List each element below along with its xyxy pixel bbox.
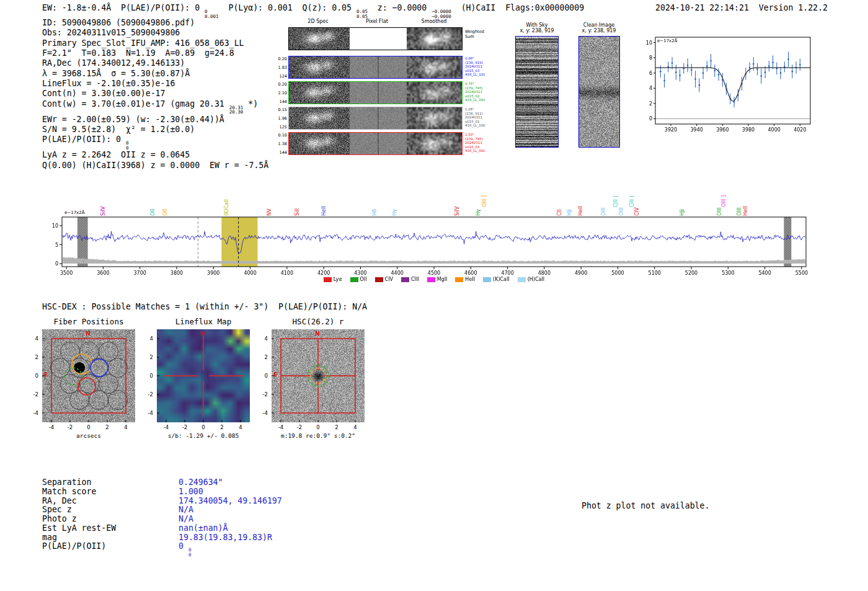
fiber-weight-value: 144 [273, 150, 287, 155]
cutout-strip-row [288, 107, 463, 130]
legend-label: Lyα [334, 277, 342, 282]
legend-label: OII [360, 277, 367, 282]
y-tick-label: 0 [27, 373, 38, 379]
with-sky-image [515, 36, 559, 148]
compass-east-label: E [44, 371, 48, 378]
line-fit-plot [642, 31, 818, 143]
match-row-label: Match score [42, 487, 179, 496]
match-row: Separation0.249634" [42, 478, 282, 487]
cutout-pixel-flat-strip [350, 107, 407, 129]
fiber-annotation-line: 20240311 [465, 64, 502, 69]
spectral-line-label: HeII [743, 206, 748, 216]
cutout-smoothed-strip [407, 133, 462, 154]
header-summary-line: EW: -1.8±-0.4Å P(LAE)/P(OII): 0 00.001 P… [42, 3, 584, 19]
match-row-label: P(LAE)/P(OII) [42, 541, 179, 551]
fiber-annotation-line: (239, 745) [465, 86, 502, 91]
x-tick-label: 4 [349, 424, 361, 430]
cutout-strip-row [288, 81, 463, 104]
match-row-value: 19.83(19.83,19.83)R [179, 533, 272, 542]
x-tick-label: -2 [179, 424, 191, 430]
legend-label: (H)CaII [528, 277, 544, 282]
clean-image-title-text: Clean Image [576, 22, 622, 28]
legend-label: (K)CaII [493, 277, 510, 282]
with-sky-title: With Sky x, y: 238, 919 [514, 22, 560, 33]
x-tick-label: -4 [45, 424, 58, 430]
match-row: Match score1.000 [42, 487, 282, 496]
spectral-line-label: OIII [601, 208, 606, 216]
fiber-annotation: 1.06"(238, 911)20240311v015_01416_LL_100 [465, 107, 502, 128]
fiber-annotation-line: v015_03 [465, 69, 502, 73]
match-row-label: Spec z [42, 505, 179, 514]
fiber-annotation-line: 416_LL_081 [465, 149, 502, 153]
legend-swatch [375, 277, 383, 282]
sup-sub-value: 00 [188, 548, 192, 557]
elixer-report-page: EW: -1.8±-0.4Å P(LAE)/P(OII): 0 00.001 P… [0, 0, 868, 591]
spectral-line-label: Hβ [680, 209, 685, 216]
compass-north-label: N [86, 331, 91, 337]
match-row-label: RA, Dec [42, 496, 179, 505]
fiber-annotation-line: 0.76" [465, 82, 502, 86]
x-tick-label: 2 [216, 424, 228, 430]
info-line: RA,Dec (174.340012,49.146133) [42, 58, 268, 68]
weighted-sum-label: Weighted Sum [465, 30, 491, 39]
match-row-value: 174.340054, 49.146197 [179, 496, 282, 505]
with-sky-title-text: With Sky [514, 22, 560, 28]
legend-item: CIV [375, 277, 393, 282]
clean-image [578, 36, 620, 148]
match-row-value: N/A [179, 505, 193, 514]
panel-title-hsc_r: HSC(26.2) r [272, 317, 365, 326]
info-line: Primary Spec_Slot_IFU_AMP: 416_058_063_L… [42, 38, 268, 48]
detection-info-block: ID: 5090049806 (5090049806.pdf)Obs: 2024… [42, 18, 268, 171]
x-tick-label: 0 [82, 424, 95, 430]
panel-image-fiber_positions [42, 329, 135, 422]
legend-swatch [401, 277, 409, 282]
info-line: LyA z = 2.2642 OII z = 0.0645 [42, 150, 268, 160]
y-tick-label: -2 [257, 391, 268, 398]
match-row-label: Photo z [42, 514, 179, 523]
legend-swatch [324, 277, 332, 282]
y-tick-label: 2 [142, 354, 153, 360]
y-tick-label: -4 [257, 410, 268, 416]
match-row: P(LAE)/P(OII)0 00 [42, 541, 282, 551]
legend-label: CIV [385, 277, 393, 282]
sup-sub-value: 00 [126, 141, 129, 150]
fiber-weight-value: 0.15 [273, 107, 287, 112]
info-line: Q(0.00) (H)CaII(3968) z = 0.0000 EW r = … [42, 161, 268, 171]
weighted-smoothed-strip [407, 28, 462, 50]
match-row-label: Est LyA rest-EW [42, 523, 179, 533]
x-tick-label: 2 [330, 424, 343, 430]
fiber-annotation-line: v015_01 [465, 120, 502, 124]
info-line: S/N = 9.5(±2.8) χ² = 1.2(±0.0) [42, 125, 268, 135]
spectrum-legend: LyαOIICIVCIIIMgIIHeII(K)CaII(H)CaII [62, 277, 806, 282]
fiber-weight-value: 125 [273, 125, 287, 130]
y-tick-label: 2 [257, 354, 268, 360]
fiber-weight-values: 0.151.96125 [273, 107, 287, 130]
legend-item: Lyα [324, 277, 342, 282]
match-row: mag19.83(19.83,19.83)R [42, 533, 282, 542]
fiber-annotation-line: 1.06" [465, 107, 502, 112]
fiber-annotation-line: 20240311 [465, 115, 502, 120]
fiber-weight-values: 0.101.38144 [273, 132, 287, 156]
legend-label: CIII [411, 277, 419, 282]
fiber-annotation-line: 416_LL_100 [465, 123, 502, 128]
photz-note: Phot z plot not available. [582, 501, 709, 510]
info-line: Obs: 20240311v015_5090049806 [42, 28, 268, 38]
info-line: F=2.1" T=0.183 N=1.19 A=0.89 g=24.8 [42, 48, 268, 58]
legend-item: HeII [455, 277, 475, 282]
cutout-2d-spec-strip [289, 133, 350, 154]
y-tick-label: -4 [142, 410, 153, 416]
cutout-pixel-flat-strip [350, 56, 407, 78]
x-tick-label: -4 [160, 424, 172, 430]
fiber-annotation-line: 20240311 [465, 90, 502, 94]
cutout-2d-spec-strip [289, 107, 350, 129]
sup-sub-value: 0.050.05 [356, 9, 368, 19]
fiber-weight-values: 0.202.10144 [273, 81, 287, 105]
y-tick-label: 4 [27, 335, 38, 342]
fiber-annotation: 1.50"(239, 745)20240311v015_03416_LL_081 [465, 133, 502, 153]
y-tick-label: -4 [27, 410, 38, 416]
fiber-annotation-line: (238, 919) [465, 61, 502, 65]
spectral-line-label: CIII ] [629, 196, 635, 207]
spectral-line-label: OIII [717, 208, 722, 216]
y-tick-label: 4 [142, 335, 153, 342]
info-line: Cont(n) = 3.30(±0.00)e-17 [42, 89, 268, 99]
